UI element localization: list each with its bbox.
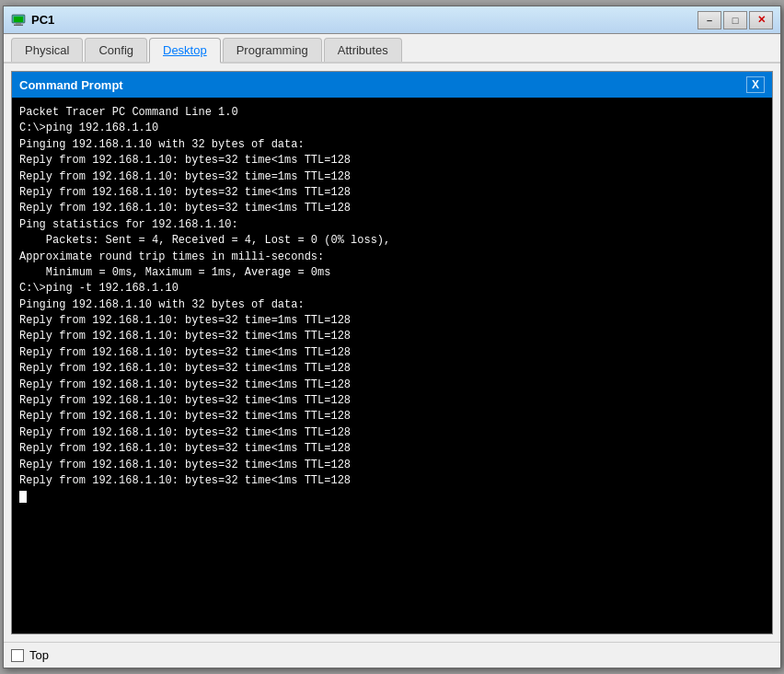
cmd-line: Minimum = 0ms, Maximum = 1ms, Average = … [19, 265, 765, 281]
cmd-line: Reply from 192.168.1.10: bytes=32 time<1… [19, 473, 765, 489]
pc1-window: PC1 – □ ✕ Physical Config Desktop Progra… [3, 6, 781, 668]
cmd-line: Approximate round trip times in milli-se… [19, 250, 765, 265]
cmd-line: Reply from 192.168.1.10: bytes=32 time<1… [19, 185, 765, 201]
cmd-line: Reply from 192.168.1.10: bytes=32 time<1… [19, 425, 765, 441]
title-bar-controls: – □ ✕ [698, 11, 773, 29]
tab-config[interactable]: Config [85, 38, 147, 62]
top-checkbox[interactable] [11, 649, 24, 662]
cmd-cursor [19, 491, 27, 503]
cmd-close-button[interactable]: X [746, 76, 765, 93]
cmd-line: Reply from 192.168.1.10: bytes=32 time<1… [19, 345, 765, 361]
svg-rect-1 [14, 17, 23, 22]
tab-attributes[interactable]: Attributes [324, 38, 402, 62]
cmd-title-bar: Command Prompt X [12, 72, 772, 98]
cmd-line: Reply from 192.168.1.10: bytes=32 time=1… [19, 169, 765, 185]
cmd-line: Packets: Sent = 4, Received = 4, Lost = … [19, 233, 765, 249]
command-prompt-window: Command Prompt X Packet Tracer PC Comman… [11, 71, 773, 634]
cmd-line: C:\>ping 192.168.1.10 [19, 121, 765, 136]
title-bar-left: PC1 [11, 13, 54, 27]
window-title: PC1 [31, 13, 54, 27]
tab-desktop[interactable]: Desktop [149, 38, 221, 64]
tab-physical[interactable]: Physical [11, 38, 83, 62]
svg-rect-2 [16, 23, 21, 25]
cmd-line: Reply from 192.168.1.10: bytes=32 time<1… [19, 329, 765, 344]
cmd-line: Reply from 192.168.1.10: bytes=32 time<1… [19, 393, 765, 409]
cmd-line: Reply from 192.168.1.10: bytes=32 time<1… [19, 378, 765, 393]
cmd-line: Packet Tracer PC Command Line 1.0 [19, 105, 765, 121]
content-area: Command Prompt X Packet Tracer PC Comman… [4, 64, 780, 642]
bottom-bar: Top [4, 642, 780, 668]
maximize-button[interactable]: □ [723, 11, 747, 29]
cmd-line: Reply from 192.168.1.10: bytes=32 time<1… [19, 201, 765, 216]
cmd-line: C:\>ping -t 192.168.1.10 [19, 281, 765, 296]
cmd-line: Reply from 192.168.1.10: bytes=32 time<1… [19, 458, 765, 473]
cmd-body[interactable]: Packet Tracer PC Command Line 1.0C:\>pin… [12, 98, 772, 633]
tab-bar: Physical Config Desktop Programming Attr… [4, 34, 780, 64]
pc-icon [11, 14, 26, 27]
cmd-line: Reply from 192.168.1.10: bytes=32 time<1… [19, 409, 765, 424]
window-close-button[interactable]: ✕ [749, 11, 773, 29]
top-label: Top [29, 648, 49, 662]
tab-programming[interactable]: Programming [223, 38, 322, 62]
svg-rect-3 [14, 24, 23, 26]
cmd-line: Reply from 192.168.1.10: bytes=32 time=1… [19, 313, 765, 329]
cmd-cursor-line [19, 489, 765, 505]
cmd-line: Ping statistics for 192.168.1.10: [19, 217, 765, 233]
cmd-line: Reply from 192.168.1.10: bytes=32 time<1… [19, 441, 765, 457]
cmd-line: Pinging 192.168.1.10 with 32 bytes of da… [19, 297, 765, 313]
cmd-title-text: Command Prompt [19, 78, 123, 92]
cmd-line: Reply from 192.168.1.10: bytes=32 time<1… [19, 361, 765, 377]
minimize-button[interactable]: – [698, 11, 721, 29]
cmd-line: Reply from 192.168.1.10: bytes=32 time<1… [19, 153, 765, 168]
cmd-line: Pinging 192.168.1.10 with 32 bytes of da… [19, 137, 765, 153]
title-bar: PC1 – □ ✕ [4, 6, 780, 34]
